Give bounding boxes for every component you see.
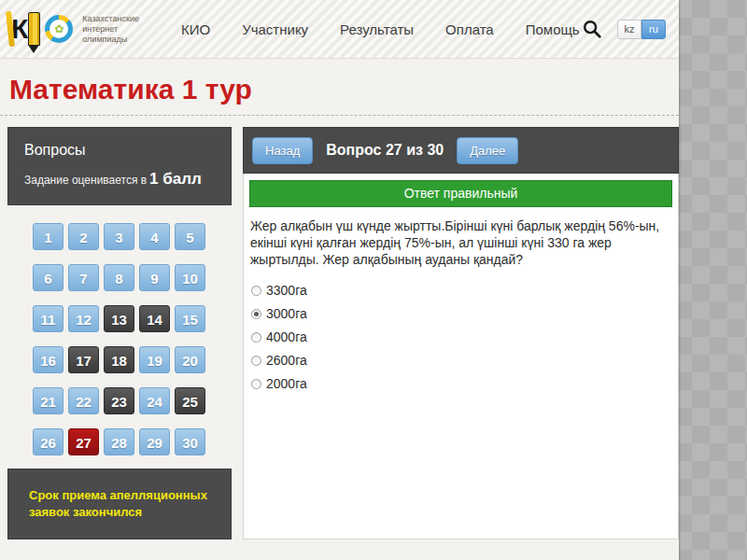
answer-options: 3300га3000га4000га2600га2000га [249, 283, 672, 391]
option-label: 2600га [266, 353, 307, 368]
question-number-button-10[interactable]: 10 [175, 264, 205, 291]
question-number-button-24[interactable]: 24 [139, 387, 170, 414]
questions-sidebar: Вопросы Задание оценивается в1 балл 1234… [7, 127, 232, 539]
question-number-grid: 1234567891011121314151617181920212223242… [33, 223, 206, 455]
question-text: Жер алқабын үш күнде жыртты.Бірінші күні… [249, 207, 672, 268]
question-number-button-16[interactable]: 16 [33, 346, 63, 373]
answer-option-4[interactable]: 2600га [251, 353, 672, 368]
question-number-button-3[interactable]: 3 [104, 223, 134, 250]
score-text: Задание оценивается в1 балл [24, 170, 215, 189]
score-label: Задание оценивается в [24, 174, 147, 187]
question-number-button-21[interactable]: 21 [33, 387, 63, 414]
question-number-button-14[interactable]: 14 [139, 305, 170, 332]
page-title: Математика 1 тур [9, 74, 679, 105]
answer-option-2[interactable]: 3000га [251, 306, 672, 321]
radio-button-selected[interactable] [251, 309, 261, 319]
radio-button[interactable] [251, 356, 261, 366]
kio-logo-icon: К [7, 8, 73, 49]
logo-letter-o-icon [45, 15, 73, 43]
question-number-button-5[interactable]: 5 [175, 223, 205, 250]
question-number-button-12[interactable]: 12 [68, 305, 99, 332]
appeal-notice: Срок приема апелляционных заявок закончи… [7, 469, 232, 539]
question-number-button-17[interactable]: 17 [68, 346, 99, 373]
question-number-button-18[interactable]: 18 [104, 346, 134, 373]
question-panel: Назад Вопрос 27 из 30 Далее Ответ правил… [243, 127, 679, 539]
nav-item-2[interactable]: Участнику [226, 12, 324, 47]
question-number-button-11[interactable]: 11 [33, 305, 63, 332]
lang-ru-button[interactable]: ru [641, 20, 666, 39]
question-number-button-4[interactable]: 4 [139, 223, 170, 250]
option-label: 3000га [266, 306, 307, 321]
question-number-button-13[interactable]: 13 [104, 305, 134, 332]
question-number-button-30[interactable]: 30 [175, 428, 205, 455]
question-nav-bar: Назад Вопрос 27 из 30 Далее [243, 127, 679, 174]
search-icon[interactable] [582, 19, 602, 39]
question-number-button-25[interactable]: 25 [175, 387, 205, 414]
question-number-button-9[interactable]: 9 [139, 264, 170, 291]
answer-status-bar: Ответ правильный [249, 180, 672, 207]
question-number-button-20[interactable]: 20 [175, 346, 205, 373]
sidebar-title: Вопросы [24, 142, 215, 159]
question-body: Ответ правильный Жер алқабын үш күнде жы… [243, 174, 679, 539]
question-number-button-27[interactable]: 27 [68, 428, 99, 455]
option-label: 4000га [266, 329, 307, 344]
question-number-button-15[interactable]: 15 [175, 305, 205, 332]
question-number-button-19[interactable]: 19 [139, 346, 170, 373]
radio-button[interactable] [251, 379, 261, 389]
back-button[interactable]: Назад [252, 137, 313, 164]
nav-item-1[interactable]: КИО [165, 12, 226, 47]
question-number-button-28[interactable]: 28 [104, 428, 134, 455]
question-number-button-22[interactable]: 22 [68, 387, 99, 414]
answer-option-3[interactable]: 4000га [251, 329, 672, 344]
language-switch: kz ru [617, 20, 666, 39]
main-nav: КИОУчастникуРезультатыОплатаПомощь [165, 12, 596, 47]
option-label: 3300га [266, 283, 307, 298]
question-number-button-26[interactable]: 26 [33, 428, 63, 455]
nav-item-3[interactable]: Результаты [324, 12, 430, 47]
content: Вопросы Задание оценивается в1 балл 1234… [0, 116, 679, 539]
question-number-button-1[interactable]: 1 [33, 223, 63, 250]
option-label: 2000га [266, 376, 307, 391]
question-number-button-29[interactable]: 29 [139, 428, 170, 455]
question-number-button-8[interactable]: 8 [104, 264, 134, 291]
question-number-button-7[interactable]: 7 [68, 264, 99, 291]
question-number-button-2[interactable]: 2 [68, 223, 99, 250]
site-logo[interactable]: К Казахстанские интернет олимпиады [7, 8, 139, 49]
logo-tagline: Казахстанские интернет олимпиады [82, 14, 139, 45]
radio-button[interactable] [251, 286, 261, 296]
question-number-button-6[interactable]: 6 [33, 264, 63, 291]
answer-option-1[interactable]: 3300га [251, 283, 672, 298]
nav-item-4[interactable]: Оплата [430, 12, 510, 47]
sidebar-header: Вопросы Задание оценивается в1 балл [7, 127, 232, 205]
title-band: Математика 1 тур [0, 59, 679, 116]
question-counter: Вопрос 27 из 30 [326, 142, 444, 159]
header-right: kz ru [582, 0, 666, 58]
site-page: К Казахстанские интернет олимпиады КИОУч… [0, 0, 679, 560]
score-value: 1 балл [149, 170, 202, 188]
site-header: К Казахстанские интернет олимпиады КИОУч… [0, 0, 679, 59]
lang-kz-button[interactable]: kz [617, 20, 641, 39]
radio-button[interactable] [251, 332, 261, 343]
question-number-button-23[interactable]: 23 [104, 387, 134, 414]
next-button[interactable]: Далее [457, 137, 518, 164]
answer-option-5[interactable]: 2000га [251, 376, 672, 391]
pencil-icon [28, 12, 40, 46]
